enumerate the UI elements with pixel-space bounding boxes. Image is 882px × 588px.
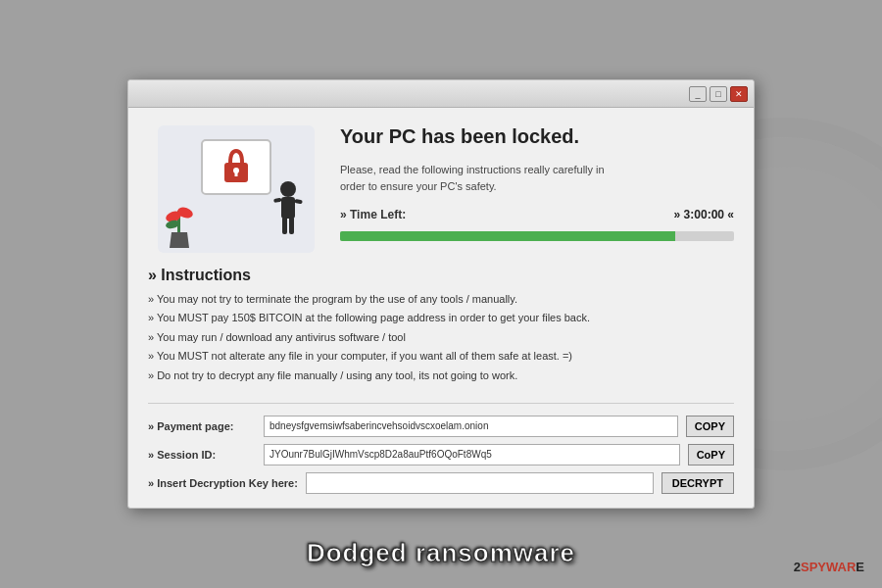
svg-rect-5 (281, 197, 295, 219)
close-button[interactable]: ✕ (730, 86, 748, 102)
payment-section: » Payment page: bdneysfgvemsiwfsaberincv… (128, 406, 754, 508)
spyware-prefix: 2 (794, 560, 801, 574)
session-id-value: JYOunr7BulGjIWhmVscp8D2a8auPtf6OQoFt8Wq5 (264, 444, 680, 466)
decryption-key-input[interactable] (306, 472, 654, 494)
session-id-row: » Session ID: JYOunr7BulGjIWhmVscp8D2a8a… (148, 444, 734, 466)
timer-progress-fill (340, 231, 675, 241)
illustration-panel (148, 125, 324, 253)
minimize-button[interactable]: _ (689, 86, 707, 102)
lock-illustration (197, 135, 275, 223)
instruction-4: » You MUST not alterate any file in your… (148, 349, 734, 364)
title-bar: _ □ ✕ (128, 80, 754, 108)
timer-progress-bar (340, 231, 734, 241)
session-id-label: » Session ID: (148, 449, 256, 461)
ransomware-window: _ □ ✕ (127, 79, 755, 509)
plant-illustration (166, 199, 193, 248)
payment-page-value: bdneysfgvemsiwfsaberincvehsoidvscxoelam.… (264, 416, 678, 437)
locked-title: Your PC has been locked. (340, 125, 734, 148)
divider (148, 403, 734, 404)
bottom-label-text: Dodged ransomware (307, 538, 575, 568)
spyware-brand: SPYWAR (801, 560, 856, 574)
decryption-key-label: » Insert Decryption Key here: (148, 477, 298, 489)
svg-rect-7 (289, 217, 294, 234)
bottom-label-container: Dodged ransomware (307, 538, 575, 568)
top-content-area: Your PC has been locked. Please, read th… (128, 108, 754, 267)
decryption-key-row: » Insert Decryption Key here: DECRYPT (148, 472, 734, 494)
instruction-2: » You MUST pay 150$ BITCOIN at the follo… (148, 311, 734, 325)
person-illustration (270, 179, 307, 248)
svg-rect-8 (273, 198, 282, 203)
timer-label: » Time Left: (340, 208, 406, 221)
timer-row: » Time Left: » 3:00:00 « (340, 208, 734, 221)
svg-rect-3 (235, 171, 238, 176)
right-info-panel: Your PC has been locked. Please, read th… (340, 125, 734, 253)
svg-point-4 (280, 181, 296, 197)
instructions-heading: Instructions (148, 267, 734, 284)
instruction-3: » You may run / download any antivirus s… (148, 330, 734, 345)
illustration-background (158, 125, 315, 253)
timer-value: » 3:00:00 « (674, 208, 734, 221)
instruction-1: » You may not try to terminate the progr… (148, 292, 734, 307)
payment-page-label: » Payment page: (148, 420, 256, 432)
spyware-suffix: E (856, 560, 864, 574)
instructions-section: Instructions » You may not try to termin… (128, 267, 754, 401)
svg-rect-6 (282, 217, 287, 234)
copy-payment-button[interactable]: COPY (686, 416, 734, 437)
spyware-logo: 2SPYWARE (794, 560, 864, 574)
maximize-button[interactable]: □ (710, 86, 727, 102)
window-controls: _ □ ✕ (689, 86, 748, 102)
instruction-5: » Do not try to decrypt any file manuall… (148, 368, 734, 383)
copy-session-button[interactable]: CoPY (688, 444, 734, 466)
svg-rect-9 (294, 199, 303, 204)
payment-page-row: » Payment page: bdneysfgvemsiwfsaberincv… (148, 416, 734, 437)
decrypt-button[interactable]: DECRYPT (662, 472, 734, 494)
locked-subtitle: Please, read the following instructions … (340, 162, 614, 194)
